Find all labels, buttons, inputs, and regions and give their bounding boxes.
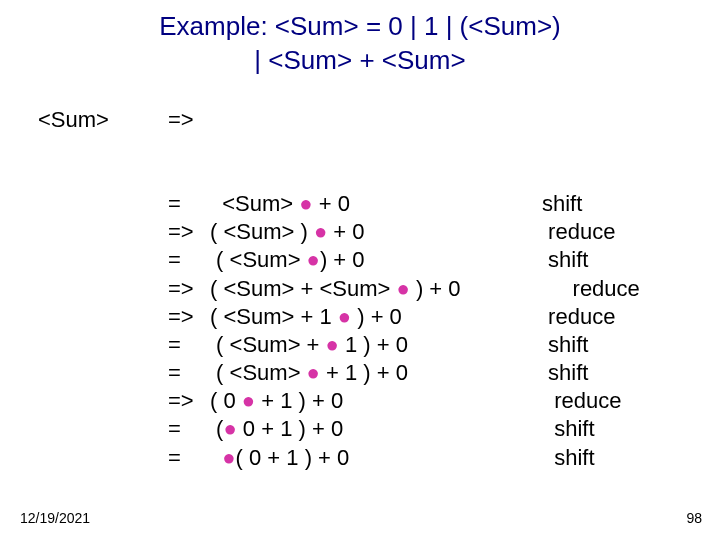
cursor-dot-icon: ● xyxy=(338,304,351,329)
expr-pre: ( <Sum> + <Sum> xyxy=(210,276,396,301)
expr-pre: ( <Sum> + xyxy=(210,332,326,357)
expr-post: ) + 0 xyxy=(410,276,461,301)
action: shift xyxy=(542,331,672,359)
expression: <Sum> ● + 0 xyxy=(210,190,542,218)
cursor-dot-icon: ● xyxy=(396,276,409,301)
arrow: = xyxy=(168,444,210,472)
title-line-1: Example: <Sum> = 0 | 1 | (<Sum>) xyxy=(159,11,561,41)
expr-post: + 1 ) + 0 xyxy=(320,360,408,385)
derivation-row: = ( <Sum> + ● 1 ) + 0 shift xyxy=(168,331,672,359)
cursor-dot-icon: ● xyxy=(307,360,320,385)
expr-post: 1 ) + 0 xyxy=(339,332,408,357)
derivation-row: = ( <Sum> ●) + 0 shift xyxy=(168,246,672,274)
expr-pre: ( <Sum> xyxy=(210,360,307,385)
start-lhs: <Sum> xyxy=(38,106,168,134)
expr-post: + 1 ) + 0 xyxy=(255,388,343,413)
slide: Example: <Sum> = 0 | 1 | (<Sum>) | <Sum>… xyxy=(0,0,720,540)
expr-post: + 0 xyxy=(313,191,350,216)
derivation-row: => ( 0 ● + 1 ) + 0 reduce xyxy=(168,387,672,415)
cursor-dot-icon: ● xyxy=(307,247,320,272)
footer-date: 12/19/2021 xyxy=(20,510,90,526)
cursor-dot-icon: ● xyxy=(314,219,327,244)
arrow: = xyxy=(168,359,210,387)
arrow: => xyxy=(168,303,210,331)
cursor-dot-icon: ● xyxy=(326,332,339,357)
expr-pre: ( <Sum> ) xyxy=(210,219,314,244)
action: reduce xyxy=(542,303,672,331)
expr-post: 0 + 1 ) + 0 xyxy=(237,416,343,441)
start-arrow: => xyxy=(168,106,194,134)
expr-pre: ( xyxy=(210,416,223,441)
action: shift xyxy=(542,444,672,472)
expression: ( <Sum> + <Sum> ● ) + 0 xyxy=(210,275,542,303)
expression: ( <Sum> ● + 1 ) + 0 xyxy=(210,359,542,387)
action: shift xyxy=(542,246,672,274)
expr-post: ) + 0 xyxy=(320,247,365,272)
action: reduce xyxy=(542,387,672,415)
cursor-dot-icon: ● xyxy=(299,191,312,216)
expression: ( <Sum> + ● 1 ) + 0 xyxy=(210,331,542,359)
expr-pre: ( 0 xyxy=(210,388,242,413)
cursor-dot-icon: ● xyxy=(222,445,235,470)
arrow: = xyxy=(168,246,210,274)
action: reduce xyxy=(542,218,672,246)
derivation-row: => ( <Sum> ) ● + 0 reduce xyxy=(168,218,672,246)
derivation-row: = ( <Sum> ● + 1 ) + 0 shift xyxy=(168,359,672,387)
expression: ●( 0 + 1 ) + 0 xyxy=(210,444,542,472)
title-line-2: | <Sum> + <Sum> xyxy=(254,45,465,75)
expression: ( <Sum> ) ● + 0 xyxy=(210,218,542,246)
cursor-dot-icon: ● xyxy=(223,416,236,441)
expression: ( <Sum> ●) + 0 xyxy=(210,246,542,274)
expr-pre: ( <Sum> + 1 xyxy=(210,304,338,329)
cursor-dot-icon: ● xyxy=(242,388,255,413)
derivation-row: = (● 0 + 1 ) + 0 shift xyxy=(168,415,672,443)
expr-post: + 0 xyxy=(327,219,364,244)
expr-post: ( 0 + 1 ) + 0 xyxy=(236,445,350,470)
slide-title: Example: <Sum> = 0 | 1 | (<Sum>) | <Sum>… xyxy=(0,0,720,78)
derivation-block: = <Sum> ● + 0 shift => ( <Sum> ) ● + 0 r… xyxy=(168,190,672,472)
derivation-row: => ( <Sum> + 1 ● ) + 0 reduce xyxy=(168,303,672,331)
arrow: => xyxy=(168,275,210,303)
arrow: => xyxy=(168,387,210,415)
arrow: => xyxy=(168,218,210,246)
arrow: = xyxy=(168,415,210,443)
action: shift xyxy=(542,415,672,443)
action: shift xyxy=(542,190,672,218)
arrow: = xyxy=(168,331,210,359)
expr-pre: ( <Sum> xyxy=(210,247,307,272)
action: shift xyxy=(542,359,672,387)
expression: ( <Sum> + 1 ● ) + 0 xyxy=(210,303,542,331)
expr-pre: <Sum> xyxy=(210,191,299,216)
derivation-row: => ( <Sum> + <Sum> ● ) + 0 reduce xyxy=(168,275,672,303)
action: reduce xyxy=(542,275,672,303)
derivation-row: = ●( 0 + 1 ) + 0 shift xyxy=(168,444,672,472)
expression: ( 0 ● + 1 ) + 0 xyxy=(210,387,542,415)
slide-body: <Sum> => = <Sum> ● + 0 shift => ( <Sum> … xyxy=(38,106,672,472)
expr-post: ) + 0 xyxy=(351,304,402,329)
expr-pre xyxy=(210,445,222,470)
start-symbol-row: <Sum> => xyxy=(38,106,672,134)
footer-page-number: 98 xyxy=(686,510,702,526)
expression: (● 0 + 1 ) + 0 xyxy=(210,415,542,443)
derivation-row: = <Sum> ● + 0 shift xyxy=(168,190,672,218)
arrow: = xyxy=(168,190,210,218)
